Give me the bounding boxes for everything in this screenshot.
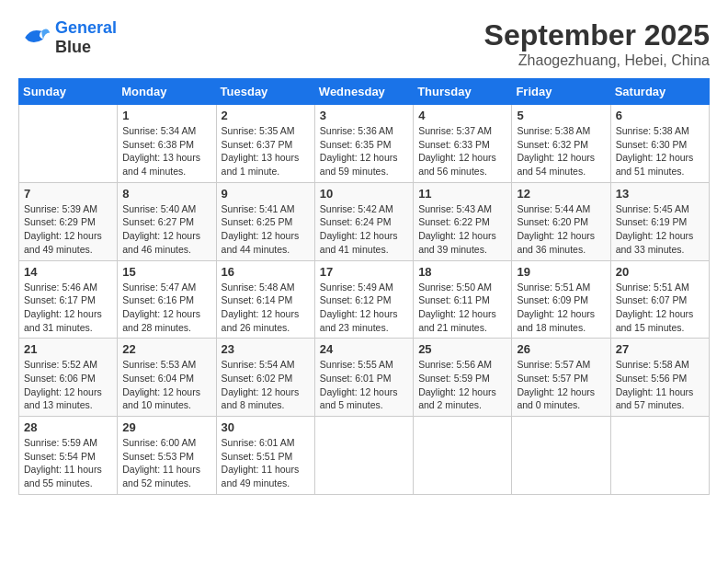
table-row: 7 Sunrise: 5:39 AM Sunset: 6:29 PM Dayli… (19, 182, 118, 260)
day-info: Sunrise: 5:39 AM Sunset: 6:29 PM Dayligh… (24, 202, 112, 257)
sunset-text: Sunset: 6:35 PM (320, 138, 408, 152)
sunrise-text: Sunrise: 5:43 AM (418, 202, 506, 216)
daylight-text: Daylight: 11 hours and 49 minutes. (222, 463, 310, 489)
logo: General Blue (18, 18, 117, 57)
day-info: Sunrise: 5:38 AM Sunset: 6:32 PM Dayligh… (517, 124, 605, 178)
table-row: 3 Sunrise: 5:36 AM Sunset: 6:35 PM Dayli… (314, 105, 413, 183)
sunset-text: Sunset: 6:20 PM (517, 215, 605, 229)
header-saturday: Saturday (610, 79, 709, 105)
day-number: 7 (24, 187, 112, 201)
sunrise-text: Sunrise: 5:36 AM (320, 124, 408, 138)
daylight-text: Daylight: 12 hours and 13 minutes. (24, 385, 112, 412)
day-info: Sunrise: 5:36 AM Sunset: 6:35 PM Dayligh… (320, 124, 408, 178)
day-info: Sunrise: 5:34 AM Sunset: 6:38 PM Dayligh… (122, 124, 210, 178)
day-number: 19 (517, 265, 605, 279)
sunrise-text: Sunrise: 5:51 AM (616, 281, 704, 294)
day-info: Sunrise: 5:49 AM Sunset: 6:12 PM Dayligh… (320, 281, 408, 335)
daylight-text: Daylight: 12 hours and 33 minutes. (616, 229, 704, 256)
daylight-text: Daylight: 12 hours and 44 minutes. (222, 229, 310, 256)
sunrise-text: Sunrise: 5:59 AM (24, 436, 112, 450)
sunrise-text: Sunrise: 5:41 AM (222, 202, 310, 216)
day-number: 25 (418, 342, 506, 356)
day-info: Sunrise: 5:35 AM Sunset: 6:37 PM Dayligh… (222, 124, 310, 178)
day-number: 4 (418, 109, 506, 122)
header-monday: Monday (118, 79, 216, 105)
day-info: Sunrise: 5:51 AM Sunset: 6:07 PM Dayligh… (616, 281, 704, 335)
day-info: Sunrise: 5:54 AM Sunset: 6:02 PM Dayligh… (222, 358, 310, 412)
sunrise-text: Sunrise: 5:57 AM (517, 358, 605, 372)
sunset-text: Sunset: 6:12 PM (320, 293, 408, 307)
day-info: Sunrise: 5:56 AM Sunset: 5:59 PM Dayligh… (418, 358, 506, 412)
daylight-text: Daylight: 12 hours and 31 minutes. (24, 307, 112, 334)
daylight-text: Daylight: 12 hours and 21 minutes. (418, 307, 506, 334)
table-row: 11 Sunrise: 5:43 AM Sunset: 6:22 PM Dayl… (414, 182, 512, 260)
sunrise-text: Sunrise: 5:54 AM (222, 358, 310, 372)
sunset-text: Sunset: 5:59 PM (418, 372, 506, 385)
daylight-text: Daylight: 13 hours and 4 minutes. (122, 151, 210, 178)
day-info: Sunrise: 6:00 AM Sunset: 5:53 PM Dayligh… (122, 436, 210, 490)
day-info: Sunrise: 5:41 AM Sunset: 6:25 PM Dayligh… (222, 202, 310, 257)
daylight-text: Daylight: 11 hours and 55 minutes. (24, 463, 112, 489)
sunrise-text: Sunrise: 5:48 AM (222, 281, 310, 294)
table-row: 19 Sunrise: 5:51 AM Sunset: 6:09 PM Dayl… (512, 260, 610, 339)
sunset-text: Sunset: 6:11 PM (418, 293, 506, 307)
table-row: 21 Sunrise: 5:52 AM Sunset: 6:06 PM Dayl… (19, 339, 118, 417)
page-header: General Blue September 2025 Zhaogezhuang… (18, 18, 710, 69)
day-number: 12 (517, 187, 605, 201)
sunset-text: Sunset: 6:25 PM (222, 215, 310, 229)
daylight-text: Daylight: 12 hours and 59 minutes. (320, 151, 408, 178)
table-row: 14 Sunrise: 5:46 AM Sunset: 6:17 PM Dayl… (19, 260, 118, 339)
header-wednesday: Wednesday (314, 79, 413, 105)
sunrise-text: Sunrise: 5:34 AM (122, 124, 210, 138)
table-row: 26 Sunrise: 5:57 AM Sunset: 5:57 PM Dayl… (512, 339, 610, 417)
daylight-text: Daylight: 12 hours and 56 minutes. (418, 151, 506, 178)
logo-text: General Blue (55, 18, 117, 57)
daylight-text: Daylight: 12 hours and 5 minutes. (320, 385, 408, 412)
table-row: 8 Sunrise: 5:40 AM Sunset: 6:27 PM Dayli… (118, 182, 216, 260)
sunrise-text: Sunrise: 5:49 AM (320, 281, 408, 294)
daylight-text: Daylight: 12 hours and 36 minutes. (517, 229, 605, 256)
day-number: 28 (24, 420, 112, 434)
page-subtitle: Zhaogezhuang, Hebei, China (484, 52, 710, 69)
day-number: 16 (222, 265, 310, 279)
calendar-week-row: 14 Sunrise: 5:46 AM Sunset: 6:17 PM Dayl… (19, 260, 710, 339)
sunset-text: Sunset: 6:16 PM (122, 293, 210, 307)
day-number: 6 (616, 109, 704, 122)
day-number: 9 (222, 187, 310, 201)
day-number: 27 (616, 342, 704, 356)
day-number: 30 (222, 420, 310, 434)
table-row: 18 Sunrise: 5:50 AM Sunset: 6:11 PM Dayl… (414, 260, 512, 339)
sunrise-text: Sunrise: 5:55 AM (320, 358, 408, 372)
header-thursday: Thursday (414, 79, 512, 105)
sunrise-text: Sunrise: 5:50 AM (418, 281, 506, 294)
daylight-text: Daylight: 12 hours and 8 minutes. (222, 385, 310, 412)
day-number: 8 (122, 187, 210, 201)
day-number: 17 (320, 265, 408, 279)
table-row (610, 417, 709, 495)
table-row: 24 Sunrise: 5:55 AM Sunset: 6:01 PM Dayl… (314, 339, 413, 417)
day-info: Sunrise: 5:46 AM Sunset: 6:17 PM Dayligh… (24, 281, 112, 335)
header-sunday: Sunday (19, 79, 118, 105)
daylight-text: Daylight: 12 hours and 54 minutes. (517, 151, 605, 178)
table-row (314, 417, 413, 495)
table-row (414, 417, 512, 495)
table-row: 25 Sunrise: 5:56 AM Sunset: 5:59 PM Dayl… (414, 339, 512, 417)
day-info: Sunrise: 5:52 AM Sunset: 6:06 PM Dayligh… (24, 358, 112, 412)
sunrise-text: Sunrise: 5:38 AM (616, 124, 704, 138)
sunset-text: Sunset: 5:53 PM (122, 450, 210, 464)
day-info: Sunrise: 5:59 AM Sunset: 5:54 PM Dayligh… (24, 436, 112, 490)
sunset-text: Sunset: 5:54 PM (24, 450, 112, 464)
logo-bird-icon (18, 21, 51, 54)
day-number: 23 (222, 342, 310, 356)
sunrise-text: Sunrise: 5:47 AM (122, 281, 210, 294)
sunrise-text: Sunrise: 5:35 AM (222, 124, 310, 138)
sunset-text: Sunset: 6:22 PM (418, 215, 506, 229)
sunset-text: Sunset: 6:29 PM (24, 215, 112, 229)
sunset-text: Sunset: 6:14 PM (222, 293, 310, 307)
sunrise-text: Sunrise: 5:39 AM (24, 202, 112, 216)
table-row: 29 Sunrise: 6:00 AM Sunset: 5:53 PM Dayl… (118, 417, 216, 495)
sunrise-text: Sunrise: 5:44 AM (517, 202, 605, 216)
sunrise-text: Sunrise: 5:51 AM (517, 281, 605, 294)
calendar-week-row: 28 Sunrise: 5:59 AM Sunset: 5:54 PM Dayl… (19, 417, 710, 495)
daylight-text: Daylight: 11 hours and 52 minutes. (122, 463, 210, 489)
